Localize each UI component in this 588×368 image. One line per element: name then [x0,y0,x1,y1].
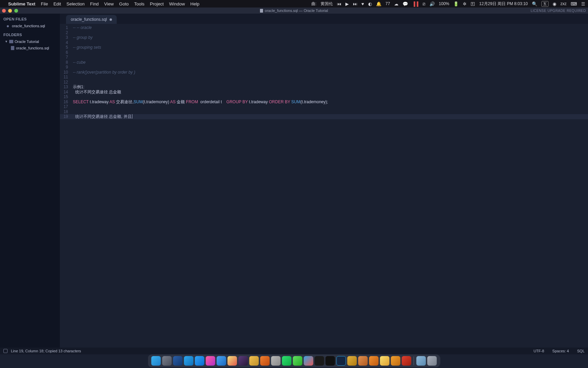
menu-edit[interactable]: Edit [53,1,61,6]
dock-zoom-icon[interactable] [217,356,226,366]
wifi-icon[interactable]: ⚿ [471,1,475,6]
folder-root[interactable]: ▼ Oracle Tutorial [0,38,60,45]
dock-wecom-icon[interactable] [304,356,313,366]
dock-navicat-icon[interactable] [347,356,357,366]
dock-itunes-icon[interactable] [206,356,215,366]
dock-downloads-icon[interactable] [416,356,426,366]
status-panel-icon[interactable] [3,349,7,353]
dock-spotify-icon[interactable] [282,356,292,366]
status-encoding[interactable]: UTF-8 [534,349,544,353]
volume-icon[interactable]: 🔊 [429,1,435,6]
dock-separator [414,356,414,365]
user-name[interactable]: zxz [560,1,567,6]
line-number-gutter: 12345678910111213141516171819 [60,24,71,348]
circle-icon[interactable]: ◐ [368,1,372,6]
dock-photoshop-icon[interactable] [337,356,346,366]
file-icon [11,46,14,50]
menu-find[interactable]: Find [90,1,99,6]
window-title: oracle_functions.sql — Oracle Tutorial [265,9,328,13]
chat-menubar-icon[interactable]: 💬 [403,1,408,6]
macos-menubar: Sublime Text File Edit Selection Find Vi… [0,0,588,7]
display-icon[interactable]: ⎚ [423,1,425,6]
folder-name: Oracle Tutorial [15,40,39,44]
dock-face-icon[interactable] [380,356,390,366]
folder-file-name: oracle_functions.sql [16,46,49,50]
dock-appstore-icon[interactable] [195,356,205,366]
input-method-badge[interactable]: 五 [541,1,549,7]
status-indent[interactable]: Spaces: 4 [552,349,569,353]
menu-window[interactable]: Window [169,1,185,6]
tab-label: oracle_functions.sql [71,17,107,22]
status-syntax[interactable]: SQL [577,349,585,353]
folders-heading: FOLDERS [0,29,60,38]
document-icon [260,9,263,13]
menu-view[interactable]: View [104,1,114,6]
fan-icon[interactable]: ✲ [463,1,467,6]
status-bar: Line 19, Column 18; Copied 13 characters… [0,348,588,354]
now-playing-label: 曲: [311,1,316,7]
tab-dirty-icon[interactable] [110,18,112,21]
dock-books-icon[interactable] [260,356,270,366]
menu-goto[interactable]: Goto [119,1,129,6]
close-window-icon[interactable] [2,9,6,13]
dock-finder-icon[interactable] [151,356,161,366]
notification-center-icon[interactable]: ☰ [581,1,585,6]
menu-project[interactable]: Project [150,1,164,6]
battery-percentage: 100% [439,1,450,6]
folder-caret-icon: ▼ [5,40,8,43]
dock-wechat-icon[interactable] [293,356,303,366]
dock-fcpx-icon[interactable] [239,356,248,366]
dock-safari-icon[interactable] [184,356,194,366]
open-file-entry[interactable]: oracle_functions.sql [0,22,60,29]
window-titlebar: oracle_functions.sql — Oracle Tutorial L… [0,7,588,14]
record-icon[interactable]: ▐▐ [412,1,418,6]
menu-selection[interactable]: Selection [66,1,84,6]
media-prev-icon[interactable]: ⏮ [337,1,341,6]
dock-trash-icon[interactable] [427,356,437,366]
editor: oracle_functions.sql 1234567891011121314… [60,14,588,348]
current-line-highlight [60,114,588,119]
code-content[interactable]: -- -- oracle -- group by -- grouping set… [71,24,328,348]
dock-plsql-icon[interactable] [358,356,368,366]
dock-pencil-icon[interactable] [249,356,259,366]
media-play-icon[interactable]: ▶ [345,1,349,6]
media-next-icon[interactable]: ⏭ [353,1,357,6]
app-body: OPEN FILES oracle_functions.sql FOLDERS … [0,14,588,348]
bell-icon[interactable]: 🔔 [376,1,381,6]
dock-settings-icon[interactable] [162,356,172,366]
menubar-right: 曲: 黄国伦 ⏮ ▶ ⏭ ♥ ◐ 🔔 77 ☁ 💬 ▐▐ ⎚ 🔊 100% 🔋 … [311,1,585,7]
tab-bar: oracle_functions.sql [60,14,588,24]
menu-file[interactable]: File [41,1,48,6]
zoom-window-icon[interactable] [14,9,18,13]
license-banner: LICENSE UPGRADE REQUIRED [530,9,586,13]
app-name[interactable]: Sublime Text [8,1,35,6]
search-icon[interactable]: 🔍 [532,1,537,6]
traffic-lights [2,9,18,13]
dock-chrome-icon[interactable] [228,356,237,366]
dock-globe-icon[interactable] [173,356,183,366]
menubar-left: Sublime Text File Edit Selection Find Vi… [3,1,199,6]
menu-help[interactable]: Help [190,1,199,6]
menu-tools[interactable]: Tools [134,1,144,6]
dock-pdf-icon[interactable] [271,356,281,366]
now-playing-value: 黄国伦 [321,1,333,7]
minimize-window-icon[interactable] [8,9,12,13]
siri-icon[interactable]: ◉ [553,1,556,6]
dirty-indicator-icon [7,25,9,27]
datetime[interactable]: 12月29日 周日 PM 8:03:10 [479,1,528,7]
heart-icon[interactable]: ♥ [361,1,364,6]
code-area[interactable]: 12345678910111213141516171819 -- -- orac… [60,24,588,348]
dock-red-icon[interactable] [402,356,411,366]
dock-sublime-icon[interactable] [369,356,379,366]
dock-iterm-icon[interactable] [326,356,335,366]
dock-orange-icon[interactable] [391,356,401,366]
battery-icon[interactable]: 🔋 [453,1,459,6]
macos-dock [148,354,440,367]
sidebar: OPEN FILES oracle_functions.sql FOLDERS … [0,14,60,348]
keyboard-viewer-icon[interactable]: ⌨ [571,1,577,6]
tab-oracle-functions[interactable]: oracle_functions.sql [66,15,117,24]
folder-file-entry[interactable]: oracle_functions.sql [0,45,60,51]
notification-count: 77 [386,1,390,6]
dock-terminal-icon[interactable] [315,356,324,366]
wechat-menubar-icon[interactable]: ☁ [394,1,398,6]
